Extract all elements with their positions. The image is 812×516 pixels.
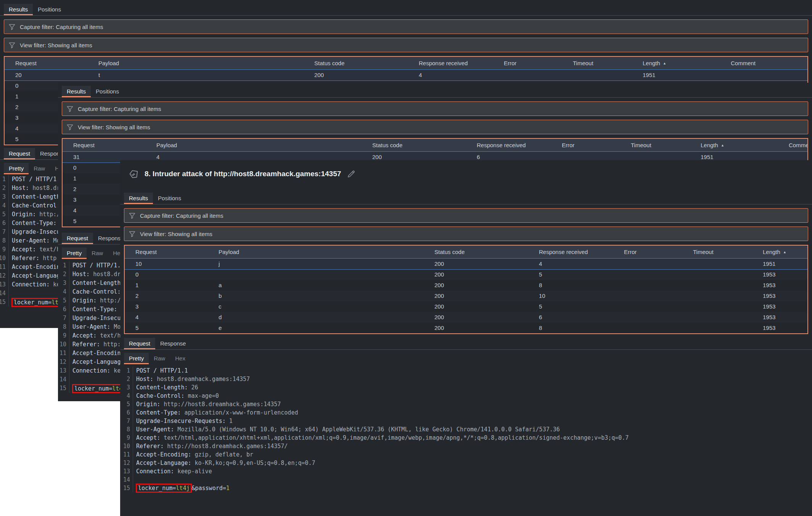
- table-row[interactable]: 020051953: [125, 269, 807, 280]
- line-number: 9: [58, 331, 69, 340]
- line-number: 3: [0, 193, 9, 201]
- table-row[interactable]: 2b200101953: [125, 291, 807, 301]
- tab-raw[interactable]: Raw: [149, 353, 170, 364]
- tab-results[interactable]: Results: [124, 193, 153, 204]
- funnel-icon: [8, 23, 16, 31]
- table-row[interactable]: 3c20051953: [125, 301, 807, 312]
- request-text: http:/: [36, 210, 60, 219]
- column-header-status-code[interactable]: Status code: [424, 246, 528, 259]
- column-header-status-code[interactable]: Status code: [362, 139, 466, 152]
- request-text: Accept:: [72, 331, 96, 340]
- column-header-length[interactable]: Length▲: [632, 57, 720, 70]
- line-number: 7: [58, 314, 69, 323]
- tab-pretty[interactable]: Pretty: [4, 163, 29, 174]
- view-filter-bar[interactable]: View filter: Showing all items: [4, 38, 808, 52]
- view-filter-bar[interactable]: View filter: Showing all items: [62, 120, 808, 134]
- column-header-error[interactable]: Error: [551, 139, 620, 152]
- pencil-icon[interactable]: [347, 170, 355, 178]
- table-cell: t: [88, 70, 304, 80]
- line-number: 4: [0, 201, 9, 210]
- request-text: Accept-Encoding: [72, 349, 124, 358]
- tab-request[interactable]: Request: [4, 148, 35, 159]
- line-number: 3: [58, 279, 69, 288]
- line-number: 15: [120, 484, 133, 492]
- tab-request[interactable]: Request: [62, 233, 93, 244]
- request-text: Accept:: [136, 434, 160, 442]
- table-cell: 1953: [752, 280, 807, 291]
- request-text: &password=: [191, 484, 226, 492]
- request-text: Referer:: [72, 340, 100, 349]
- table-cell: [613, 269, 682, 280]
- tab-pretty[interactable]: Pretty: [62, 248, 87, 259]
- tab-positions[interactable]: Positions: [91, 86, 124, 97]
- tab-results[interactable]: Results: [62, 86, 91, 97]
- column-header-response-received[interactable]: Response received: [528, 246, 613, 259]
- tab-pretty[interactable]: Pretty: [124, 353, 149, 364]
- line-number: 4: [120, 392, 133, 400]
- table-cell: [613, 301, 682, 312]
- line-number: 9: [120, 434, 133, 442]
- line-number: 13: [0, 280, 9, 289]
- table-row[interactable]: 4d20061953: [125, 312, 807, 323]
- request-text: POST / HTTP/1.1: [72, 261, 124, 270]
- column-header-request[interactable]: Request: [5, 57, 88, 70]
- column-header-length[interactable]: Length▲: [690, 139, 778, 152]
- request-editor[interactable]: 1POST / HTTP/1.12Host: host8.dreamhack.g…: [120, 367, 812, 492]
- capture-filter-bar[interactable]: Capture filter: Capturing all items: [124, 208, 808, 223]
- funnel-icon: [129, 230, 136, 238]
- line-number: 11: [120, 450, 133, 459]
- table-cell: 200: [424, 259, 528, 269]
- column-header-payload[interactable]: Payload: [88, 57, 304, 70]
- column-header-request[interactable]: Request: [125, 246, 208, 259]
- table-row[interactable]: 1a20081953: [125, 280, 807, 291]
- column-header-response-received[interactable]: Response received: [408, 57, 493, 70]
- column-header-payload[interactable]: Payload: [146, 139, 362, 152]
- editor-line: 1POST / HTTP/1.1: [120, 367, 812, 375]
- column-header-error[interactable]: Error: [613, 246, 682, 259]
- line-number: 7: [120, 417, 133, 425]
- table-header-row: RequestPayloadStatus codeResponse receiv…: [5, 57, 807, 70]
- capture-filter-label: Capture filter: Capturing all items: [140, 212, 223, 219]
- table-row[interactable]: 5e20081953: [125, 323, 807, 333]
- tab-raw[interactable]: Raw: [87, 248, 108, 259]
- capture-filter-bar[interactable]: Capture filter: Capturing all items: [62, 101, 808, 116]
- column-header-comment[interactable]: Comment: [720, 57, 807, 70]
- payload-value-text: lt4j: [176, 485, 190, 492]
- capture-filter-label: Capture filter: Capturing all items: [78, 106, 161, 112]
- sort-ascending-icon: ▲: [663, 61, 666, 65]
- column-header-comment[interactable]: Comment: [778, 139, 807, 152]
- table-cell: 200: [304, 70, 408, 80]
- column-header-timeout[interactable]: Timeout: [620, 139, 690, 152]
- column-header-request[interactable]: Request: [63, 139, 146, 152]
- request-text: http://host8.dreamhack.games:14357: [160, 400, 281, 408]
- column-header-timeout[interactable]: Timeout: [562, 57, 632, 70]
- table-cell: 8: [528, 323, 613, 333]
- table-cell: 5: [528, 269, 613, 280]
- tab-hex[interactable]: Hex: [170, 353, 190, 364]
- request-text: Content-Type:: [12, 219, 56, 228]
- view-filter-bar[interactable]: View filter: Showing all items: [124, 227, 808, 241]
- column-header-error[interactable]: Error: [493, 57, 562, 70]
- capture-filter-bar[interactable]: Capture filter: Capturing all items: [4, 19, 808, 34]
- column-header-timeout[interactable]: Timeout: [682, 246, 752, 259]
- table-cell: e: [208, 323, 424, 333]
- tab-results[interactable]: Results: [4, 4, 33, 15]
- request-text: text/h: [36, 245, 60, 254]
- column-header-status-code[interactable]: Status code: [304, 57, 408, 70]
- column-header-length[interactable]: Length▲: [752, 246, 807, 259]
- table-row[interactable]: 20t20041951: [5, 70, 807, 80]
- table-cell: 4: [528, 259, 613, 269]
- table-row[interactable]: 10j20041951: [125, 259, 807, 269]
- tab-positions[interactable]: Positions: [33, 4, 66, 15]
- tab-positions[interactable]: Positions: [153, 193, 186, 204]
- editor-line: 15locker_num=lt4j&password=1: [120, 484, 812, 492]
- column-header-payload[interactable]: Payload: [208, 246, 424, 259]
- request-text: Connection:: [136, 467, 174, 476]
- editor-line: 12Accept-Language: ko-KR,ko;q=0.9,en-US;…: [120, 459, 812, 467]
- column-header-response-received[interactable]: Response received: [466, 139, 551, 152]
- tab-raw[interactable]: Raw: [29, 163, 50, 174]
- tab-request[interactable]: Request: [124, 338, 155, 349]
- tab-response[interactable]: Response: [155, 338, 191, 349]
- view-filter-label: View filter: Showing all items: [20, 42, 92, 48]
- editor-line: 11Accept-Encoding: gzip, deflate, br: [120, 450, 812, 459]
